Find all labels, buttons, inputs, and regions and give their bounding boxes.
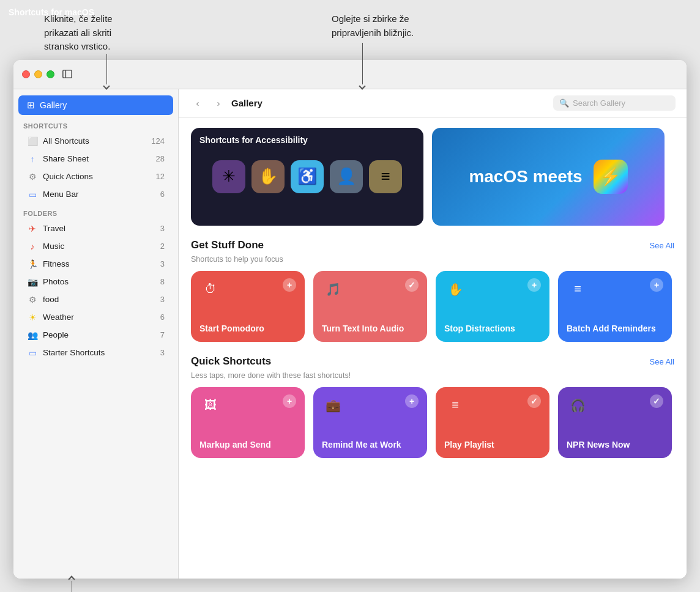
play-playlist-card[interactable]: ≡ ✓ Play Playlist <box>436 387 549 458</box>
batch-reminders-card[interactable]: ≡ + Batch Add Reminders <box>558 271 672 342</box>
search-box[interactable]: 🔍 <box>553 95 676 111</box>
fitness-icon: 🏃 <box>27 259 38 270</box>
remind-work-card[interactable]: 💼 + Remind Me at Work <box>313 387 427 458</box>
npr-news-card[interactable]: 🎧 ✓ NPR News Now <box>558 387 672 458</box>
accessibility-card[interactable]: Shortcuts for Accessibility ✳ ✋ ♿ 👤 ≡ <box>191 128 423 226</box>
search-icon: 🔍 <box>559 98 569 108</box>
share-sheet-icon: ↑ <box>27 154 38 165</box>
markup-add-button[interactable]: + <box>283 394 296 408</box>
sidebar-item-gallery[interactable]: ⊞ Gallery <box>18 95 173 115</box>
get-stuff-done-see-all[interactable]: See All <box>650 241 674 250</box>
food-icon: ⚙ <box>27 294 38 305</box>
sidebar-item-quick-actions[interactable]: ⚙ Quick Actions 12 <box>18 168 173 185</box>
playlist-label: Play Playlist <box>444 440 541 451</box>
annotation-top-right: Oglejte si zbirke žepripravljenih bližnj… <box>332 12 687 40</box>
remind-add-button[interactable]: + <box>405 394 419 408</box>
menu-bar-label: Menu Bar <box>43 190 155 199</box>
npr-icon: 🎧 <box>567 394 589 416</box>
sidebar-item-photos[interactable]: 📷 Photos 8 <box>18 273 173 290</box>
quick-actions-icon: ⚙ <box>27 171 38 182</box>
audio-check-button[interactable]: ✓ <box>405 278 419 292</box>
shortcuts-logo: ⚡ <box>594 160 628 194</box>
menu-bar-icon: ▭ <box>27 189 38 200</box>
fitness-label: Fitness <box>43 259 155 268</box>
pomodoro-add-button[interactable]: + <box>283 278 296 292</box>
svg-rect-0 <box>63 70 72 78</box>
music-label: Music <box>43 242 155 251</box>
travel-count: 3 <box>160 224 165 233</box>
sidebar-item-travel[interactable]: ✈ Travel 3 <box>18 220 173 237</box>
start-pomodoro-card[interactable]: ⏱ + Start Pomodoro <box>191 271 305 342</box>
sidebar-item-menu-bar[interactable]: ▭ Menu Bar 6 <box>18 186 173 203</box>
npr-label: NPR News Now <box>567 440 663 451</box>
content-area: ‹ › Gallery 🔍 Shortcuts for Accessibilit… <box>179 89 687 579</box>
featured-cards-row: Shortcuts for Accessibility ✳ ✋ ♿ 👤 ≡ Sh… <box>191 128 674 226</box>
sidebar-item-people[interactable]: 👥 People 7 <box>18 327 173 344</box>
stop-distractions-card[interactable]: ✋ + Stop Distractions <box>436 271 549 342</box>
get-stuff-done-subtitle: Shortcuts to help you focus <box>191 255 674 264</box>
sidebar-item-share-sheet[interactable]: ↑ Share Sheet 28 <box>18 150 173 168</box>
traffic-lights <box>22 70 54 78</box>
people-count: 7 <box>160 330 165 339</box>
sidebar-item-food[interactable]: ⚙ food 3 <box>18 291 173 308</box>
back-button[interactable]: ‹ <box>190 95 206 111</box>
minimize-button[interactable] <box>34 70 42 78</box>
travel-label: Travel <box>43 224 155 233</box>
travel-icon: ✈ <box>27 223 38 234</box>
sidebar-item-starter-shortcuts[interactable]: ▭ Starter Shortcuts 3 <box>18 344 173 361</box>
quick-actions-label: Quick Actions <box>43 172 151 181</box>
pomodoro-icon: ⏱ <box>199 278 222 300</box>
stop-icon: ✋ <box>444 278 466 300</box>
weather-label: Weather <box>43 313 155 322</box>
sidebar-item-fitness[interactable]: 🏃 Fitness 3 <box>18 256 173 273</box>
weather-count: 6 <box>160 313 165 322</box>
get-stuff-done-title: Get Stuff Done <box>191 239 264 251</box>
sidebar-item-weather[interactable]: ☀ Weather 6 <box>18 309 173 326</box>
stop-add-button[interactable]: + <box>527 278 541 292</box>
reminders-add-button[interactable]: + <box>650 278 663 292</box>
quick-shortcuts-see-all[interactable]: See All <box>650 357 674 366</box>
annotation-top-left: Kliknite, če želiteprikazati ali skritis… <box>13 12 191 54</box>
photos-count: 8 <box>160 277 165 286</box>
card-top-row-2: 🎵 ✓ <box>322 278 419 300</box>
remind-label: Remind Me at Work <box>322 440 419 451</box>
starter-shortcuts-count: 3 <box>160 348 165 357</box>
share-sheet-count: 28 <box>156 154 165 163</box>
fullscreen-button[interactable] <box>47 70 54 78</box>
npr-check-button[interactable]: ✓ <box>650 394 663 408</box>
reminders-label: Batch Add Reminders <box>567 324 663 335</box>
forward-button[interactable]: › <box>210 95 226 111</box>
starter-shortcuts-label: Starter Shortcuts <box>43 348 155 357</box>
audio-label: Turn Text Into Audio <box>322 324 419 335</box>
fitness-count: 3 <box>160 259 165 268</box>
acc-list-icon: ≡ <box>369 160 402 193</box>
acc-flower-icon: ✳ <box>212 160 245 193</box>
quick-shortcuts-subtitle: Less taps, more done with these fast sho… <box>191 371 674 380</box>
close-button[interactable] <box>22 70 30 78</box>
sidebar-item-music[interactable]: ♪ Music 2 <box>18 238 173 255</box>
starter-icon: ▭ <box>27 347 38 358</box>
sidebar-toggle-button[interactable] <box>61 67 74 81</box>
card-top-row-4: ≡ + <box>567 278 663 300</box>
gallery-title: Gallery <box>231 98 548 108</box>
markup-send-card[interactable]: 🖼 + Markup and Send <box>191 387 305 458</box>
macos-card[interactable]: Shortcuts for macOS macOS meets ⚡ <box>432 128 665 226</box>
sidebar-item-all-shortcuts[interactable]: ⬜ All Shortcuts 124 <box>18 133 173 150</box>
accessibility-icons: ✳ ✋ ♿ 👤 ≡ <box>212 160 402 193</box>
playlist-check-button[interactable]: ✓ <box>527 394 541 408</box>
sidebar: ⊞ Gallery Shortcuts ⬜ All Shortcuts 124 … <box>13 89 179 579</box>
card-top-row-6: 💼 + <box>322 394 419 416</box>
get-stuff-done-cards: ⏱ + Start Pomodoro 🎵 ✓ Turn Text Into Au… <box>191 271 674 342</box>
quick-shortcuts-cards: 🖼 + Markup and Send 💼 + Remind Me at Wor… <box>191 387 674 458</box>
weather-icon: ☀ <box>27 312 38 323</box>
accessibility-title: Shortcuts for Accessibility <box>199 135 308 145</box>
quick-shortcuts-header: Quick Shortcuts See All <box>191 355 674 368</box>
acc-hand-icon: ✋ <box>251 160 285 193</box>
title-bar <box>13 60 687 89</box>
app-window: ⊞ Gallery Shortcuts ⬜ All Shortcuts 124 … <box>13 60 687 579</box>
annotation-bottom-left: Oglejte si in ureditebližnjice v stransk… <box>26 582 191 593</box>
remind-icon: 💼 <box>322 394 344 416</box>
text-to-audio-card[interactable]: 🎵 ✓ Turn Text Into Audio <box>313 271 427 342</box>
card-top-row-8: 🎧 ✓ <box>567 394 663 416</box>
search-input[interactable] <box>573 98 669 108</box>
